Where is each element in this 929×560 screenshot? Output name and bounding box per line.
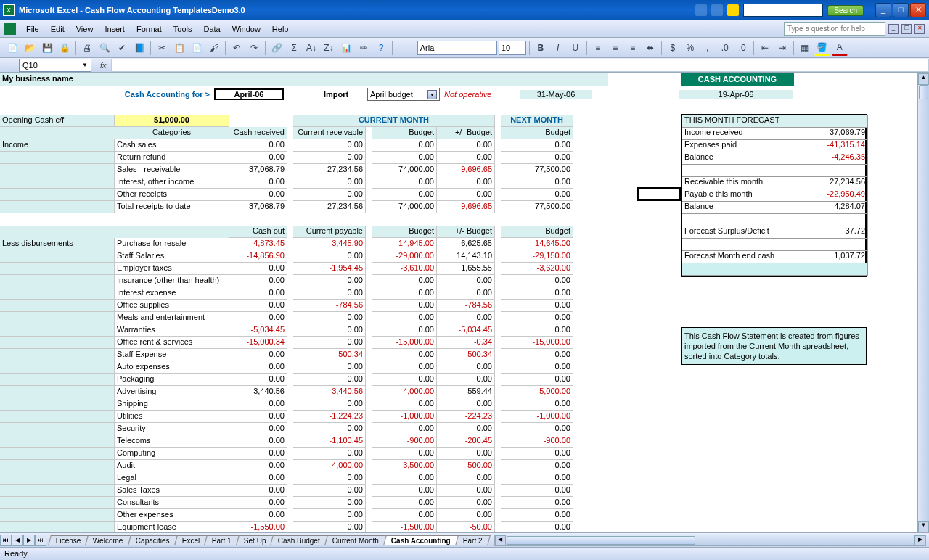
increase-indent-icon[interactable]: ⇥ — [774, 40, 790, 56]
italic-icon[interactable]: I — [550, 40, 566, 56]
table-cell[interactable]: 0.00 — [501, 522, 573, 532]
table-cell[interactable]: 77,500.00 — [501, 201, 573, 213]
sheet-tab-current-month[interactable]: Current Month — [324, 535, 387, 545]
help-question-box[interactable] — [784, 22, 885, 36]
table-row-category[interactable]: Total receipts to date — [115, 201, 229, 213]
table-cell[interactable]: 0.00 — [229, 423, 287, 435]
sheet-tab-welcome[interactable]: Welcome — [86, 535, 131, 545]
table-cell[interactable]: -3,620.00 — [501, 263, 573, 275]
table-row-category[interactable]: Audit — [115, 460, 229, 472]
table-cell[interactable]: 0.00 — [372, 139, 437, 152]
table-row-category[interactable]: Shipping — [115, 398, 229, 411]
period-box[interactable]: April-06 — [214, 88, 284, 100]
table-cell[interactable]: -3,440.56 — [293, 386, 366, 398]
table-cell[interactable]: 0.00 — [372, 374, 437, 386]
table-cell[interactable]: -29,150.00 — [501, 250, 573, 263]
msn-icon[interactable] — [695, 4, 707, 16]
table-cell[interactable]: -15,000.34 — [229, 337, 287, 349]
import-dropdown[interactable]: April budget ▼ — [367, 88, 440, 101]
currency-icon[interactable]: $ — [665, 40, 681, 56]
table-cell[interactable]: -0.34 — [437, 337, 495, 349]
table-cell[interactable]: 0.00 — [437, 374, 495, 386]
sheet-tab-capacities[interactable]: Capacities — [128, 535, 177, 545]
mdi-minimize-button[interactable]: _ — [888, 24, 899, 34]
table-cell[interactable]: 0.00 — [293, 361, 366, 374]
table-cell[interactable]: 0.00 — [372, 361, 437, 374]
table-cell[interactable]: 0.00 — [437, 176, 495, 189]
table-cell[interactable]: 0.00 — [229, 300, 287, 312]
table-cell[interactable]: 0.00 — [293, 337, 366, 349]
table-cell[interactable]: 0.00 — [501, 460, 573, 472]
scroll-down-icon[interactable]: ▼ — [918, 521, 929, 532]
menu-tools[interactable]: Tools — [168, 23, 198, 35]
table-cell[interactable]: 0.00 — [501, 349, 573, 361]
tab-nav-next-icon[interactable]: ▶ — [23, 535, 35, 546]
table-cell[interactable]: 74,000.00 — [372, 201, 437, 213]
scroll-thumb[interactable] — [919, 85, 928, 99]
table-row-category[interactable]: Employer taxes — [115, 263, 229, 275]
table-cell[interactable]: -14,856.90 — [229, 250, 287, 263]
table-row-category[interactable]: Interest expense — [115, 287, 229, 300]
table-cell[interactable]: -3,445.90 — [293, 238, 366, 250]
sheet-tab-cash-budget[interactable]: Cash Budget — [271, 535, 329, 545]
table-cell[interactable]: 0.00 — [229, 312, 287, 324]
comma-icon[interactable]: , — [700, 40, 716, 56]
table-row-category[interactable]: Consultants — [115, 497, 229, 509]
table-row-category[interactable]: Meals and entertainment — [115, 312, 229, 324]
table-cell[interactable]: 0.00 — [229, 460, 287, 472]
table-cell[interactable]: 0.00 — [372, 448, 437, 460]
menu-insert[interactable]: Insert — [99, 23, 131, 35]
align-right-icon[interactable]: ≡ — [625, 40, 641, 56]
table-cell[interactable]: 0.00 — [293, 398, 366, 411]
table-cell[interactable]: 0.00 — [229, 497, 287, 509]
table-cell[interactable]: -3,500.00 — [372, 460, 437, 472]
table-cell[interactable]: 0.00 — [372, 472, 437, 485]
table-cell[interactable]: 0.00 — [372, 300, 437, 312]
tab-nav-last-icon[interactable]: ⏭ — [35, 535, 46, 546]
table-cell[interactable]: 0.00 — [372, 152, 437, 164]
table-cell[interactable]: 0.00 — [372, 349, 437, 361]
drawing-icon[interactable]: ✏ — [356, 40, 372, 56]
table-cell[interactable]: 0.00 — [293, 448, 366, 460]
hscroll-left-icon[interactable]: ◀ — [495, 535, 506, 545]
help-icon[interactable]: ? — [373, 40, 389, 56]
table-cell[interactable]: 0.00 — [372, 312, 437, 324]
table-cell[interactable]: 14,143.10 — [437, 250, 495, 263]
table-cell[interactable]: 0.00 — [229, 435, 287, 448]
table-cell[interactable]: 0.00 — [293, 139, 366, 152]
hscroll-thumb[interactable] — [507, 536, 695, 545]
increase-decimal-icon[interactable]: .0 — [717, 40, 733, 56]
table-row-category[interactable]: Advertising — [115, 386, 229, 398]
table-row-category[interactable]: Cash sales — [115, 139, 229, 152]
table-cell[interactable]: 0.00 — [501, 139, 573, 152]
name-box[interactable]: Q10 ▼ — [19, 59, 91, 72]
table-cell[interactable]: -9,696.65 — [437, 164, 495, 176]
search-input[interactable] — [743, 4, 823, 17]
open-icon[interactable]: 📂 — [22, 40, 38, 56]
table-row-category[interactable]: Telecoms — [115, 435, 229, 448]
table-cell[interactable]: 0.00 — [229, 275, 287, 287]
redo-icon[interactable]: ↷ — [246, 40, 262, 56]
table-cell[interactable]: 0.00 — [229, 189, 287, 201]
table-cell[interactable]: 0.00 — [501, 497, 573, 509]
menu-window[interactable]: Window — [226, 23, 266, 35]
table-cell[interactable]: 0.00 — [437, 361, 495, 374]
save-icon[interactable]: 💾 — [39, 40, 55, 56]
sheet-tab-part-1[interactable]: Part 1 — [204, 535, 239, 545]
table-row-category[interactable]: Other expenses — [115, 509, 229, 522]
table-cell[interactable]: -5,034.45 — [229, 324, 287, 337]
mdi-restore-button[interactable]: ❐ — [901, 24, 912, 34]
paste-icon[interactable]: 📄 — [189, 40, 205, 56]
tab-nav-first-icon[interactable]: ⏮ — [0, 535, 12, 546]
table-cell[interactable]: -784.56 — [437, 300, 495, 312]
table-cell[interactable]: 0.00 — [229, 398, 287, 411]
table-cell[interactable]: 0.00 — [372, 189, 437, 201]
sort-asc-icon[interactable]: A↓ — [303, 40, 319, 56]
table-cell[interactable]: 0.00 — [372, 509, 437, 522]
menu-format[interactable]: Format — [131, 23, 168, 35]
table-cell[interactable]: -5,000.00 — [501, 386, 573, 398]
table-cell[interactable]: -500.00 — [437, 460, 495, 472]
table-cell[interactable]: 0.00 — [437, 398, 495, 411]
table-cell[interactable]: 0.00 — [501, 485, 573, 497]
table-row-category[interactable]: Equipment lease — [115, 522, 229, 532]
